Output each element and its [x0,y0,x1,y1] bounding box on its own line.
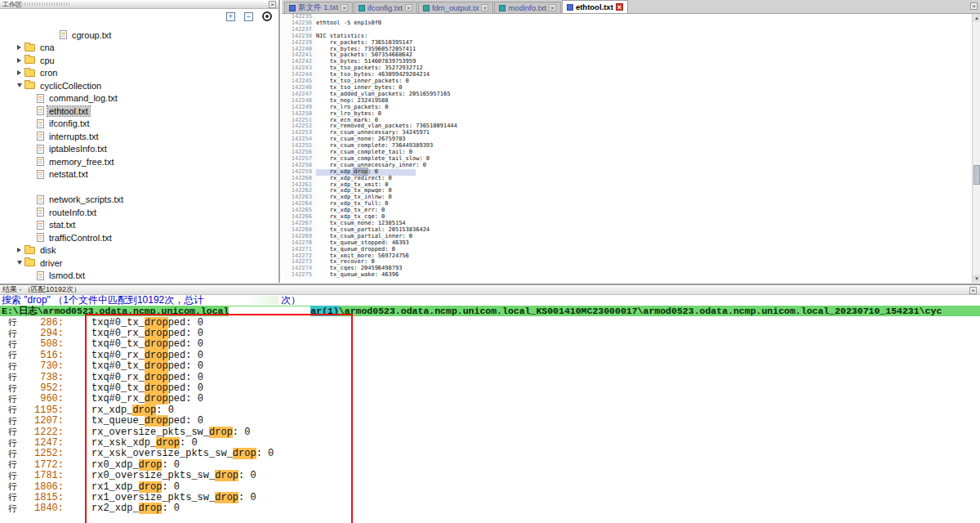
results-close-icon[interactable]: × [969,287,977,294]
locate-current-file-icon[interactable] [262,11,272,21]
result-row[interactable]: 行730:txq#0_tx_dropped: 0 [0,361,980,372]
editor-tab[interactable]: modinfo.txt× [494,2,560,13]
editor-line: 142250 rx_lro_bytes: 0 [282,111,972,118]
tree-item-label: ifconfig.txt [47,118,91,128]
result-row[interactable]: 行1207:tx_queue_dropped: 0 [0,416,980,427]
match-highlight: drop [215,470,238,481]
result-line-number: 1840: [21,503,64,514]
close-icon[interactable]: × [481,4,488,11]
tree-item-folder[interactable]: driver [0,257,277,270]
match-highlight: drop [145,360,168,372]
editor-vscrollbar[interactable]: ▲ ▼ [972,14,980,283]
scroll-down-icon[interactable]: ▼ [973,275,980,283]
tree-item-file[interactable]: ifconfig.txt [0,118,277,131]
titlebar-grip [22,2,71,6]
file-icon [567,4,573,11]
chevron-right-icon[interactable] [15,45,24,50]
path-prefix: E:\日志\armod0523.odata.ncmp.unicom.local [2,306,229,316]
result-row[interactable]: 行738:txq#0_rx_dropped: 0 [0,372,980,382]
tree-item-folder[interactable]: cna [0,42,277,55]
scroll-thumb[interactable] [973,165,980,185]
tree-item-file[interactable]: iptablesInfo.txt [0,143,277,156]
search-summary-suffix: 次） [278,294,301,306]
editor-pane: 新文件 1.txt×ifconfig.txt×fdm_output.tx×mod… [282,0,980,283]
result-text: rx_xsk_oversize_pkts_sw_drop: 0 [91,448,274,459]
result-row[interactable]: 行952:txq#0_tx_dropped: 0 [0,382,980,393]
result-row[interactable]: 行294:txq#0_rx_dropped: 0 [0,328,980,338]
match-highlight: drop [209,427,233,438]
path-selected-text: ar(1) [310,306,339,316]
tree-item-file[interactable]: command_log.txt [0,92,277,105]
tree-item-file[interactable]: network_scripts.txt [0,194,277,207]
result-row[interactable]: 行516:txq#0_rx_dropped: 0 [0,350,980,360]
file-icon [37,106,44,115]
editor-tab[interactable]: fdm_output.tx× [418,2,494,13]
result-row[interactable]: 行1815:rx1_oversize_pkts_sw_drop: 0 [0,492,980,503]
file-icon [37,233,44,242]
result-row[interactable]: 行1195:rx_xdp_drop: 0 [0,405,980,415]
close-icon[interactable]: × [405,4,412,11]
scroll-up-icon[interactable]: ▲ [973,14,980,22]
workspace-title: 工作区 [2,0,22,9]
result-row[interactable]: 行1806:rx1_xdp_drop: 0 [0,481,980,492]
tree-item-folder[interactable]: cpu [0,54,277,67]
match-highlight: drop [139,481,163,493]
result-line-number: 960: [21,393,64,405]
result-line-number: 738: [21,372,64,383]
chevron-down-icon[interactable] [15,83,24,87]
collapse-all-icon[interactable] [244,12,253,21]
close-icon[interactable]: × [549,4,556,11]
tree-item-folder[interactable]: disk [0,244,277,257]
editor-line: 142258 rx_csum_unnecessary_inner: 0 [282,163,972,169]
result-line-number: 1772: [21,459,64,471]
result-row[interactable]: 行1247:rx_xsk_xdp_drop: 0 [0,437,980,448]
tree-item-folder[interactable]: cron [0,67,277,80]
folder-icon [24,259,35,266]
editor-tab[interactable]: ifconfig.txt× [354,2,417,13]
editor-tab[interactable]: 新文件 1.txt× [284,2,353,13]
chevron-right-icon[interactable] [15,58,24,63]
workspace-close-icon[interactable]: × [269,1,276,8]
tree-item-file[interactable]: ethtool.txt [0,105,277,118]
tree-item-label: trafficControl.txt [47,233,114,243]
result-row[interactable]: 行1222:rx_oversize_pkts_sw_drop: 0 [0,427,980,437]
close-icon[interactable]: × [341,4,348,11]
editor-line: 142264 rx_xdp_tx_full: 0 [282,201,972,208]
tree-item-label: cna [38,42,56,52]
result-row[interactable]: 行960:txq#0_rx_dropped: 0 [0,394,980,405]
search-summary: 搜索 "drop" （1个文件中匹配到10192次，总计 次） [0,295,980,306]
close-document-icon[interactable]: × [970,2,978,10]
result-text: tx_queue_dropped: 0 [91,415,203,427]
close-icon[interactable]: × [616,3,623,11]
tree-item-label: iptablesInfo.txt [47,144,109,154]
tree-item-file[interactable]: memory_free.txt [0,155,277,168]
editor-line: 142236ethtool -S enp1s0f0 [282,20,972,27]
result-file-path[interactable]: E:\日志\armod0523.odata.ncmp.unicom.locala… [0,306,980,316]
tree-item-file[interactable]: lsmod.txt [0,270,277,283]
result-line-number: 1252: [21,448,64,459]
editor-lines[interactable]: 142235142236ethtool -S enp1s0f0142237142… [282,14,972,283]
tree-item-file[interactable]: routeInfo.txt [0,206,277,219]
result-row[interactable]: 行1252:rx_xsk_oversize_pkts_sw_drop: 0 [0,449,980,459]
result-row[interactable]: 行1840:rx2_xdp_drop: 0 [0,503,980,514]
tree-item-file[interactable]: stat.txt [0,219,277,232]
editor-tab[interactable]: ethtool.txt× [562,0,628,13]
tree-item-file[interactable]: interrupts.txt [0,130,277,143]
tree-item-file[interactable]: cgroup.txt [0,29,277,42]
result-row[interactable]: 行1781:rx0_oversize_pkts_sw_drop: 0 [0,470,980,481]
chevron-right-icon[interactable] [15,70,24,75]
tree-item-label: cyclicCollection [38,81,103,91]
tree-item-folder[interactable]: cyclicCollection [0,79,277,92]
chevron-down-icon[interactable] [15,261,24,265]
result-row[interactable]: 行1772:rx0_xdp_drop: 0 [0,459,980,470]
tree-item-file[interactable]: netstat.txt [0,168,277,181]
result-text: rx2_xdp_drop: 0 [91,503,180,514]
result-row[interactable]: 行508:txq#0_tx_dropped: 0 [0,339,980,350]
chevron-right-icon[interactable] [15,248,24,253]
result-line-number: 294: [21,328,64,339]
tree-item-file[interactable]: trafficControl.txt [0,231,277,244]
result-row[interactable]: 行286:txq#0_tx_dropped: 0 [0,317,980,328]
editor-line: 142235 [282,14,972,20]
expand-all-icon[interactable] [226,12,235,21]
line-text: tx_queue_wake: 46396 [316,272,399,279]
